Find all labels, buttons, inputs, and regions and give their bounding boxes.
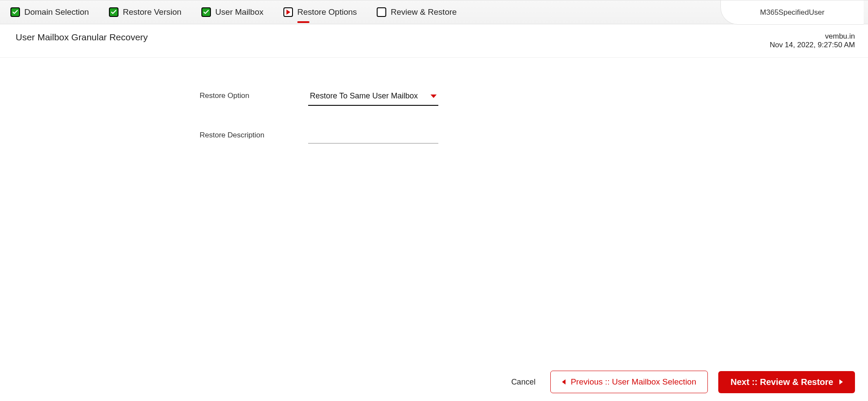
checkbox-done-icon — [201, 7, 211, 17]
checkbox-done-icon — [109, 7, 118, 17]
cancel-label: Cancel — [511, 378, 536, 386]
restore-description-input[interactable] — [308, 127, 438, 143]
step-label: Review & Restore — [391, 7, 457, 17]
wizard-steps-bar: Domain Selection Restore Version User Ma… — [0, 0, 868, 24]
subheader-meta: vembu.in Nov 14, 2022, 9:27:50 AM — [769, 32, 855, 49]
restore-description-row: Restore Description — [200, 127, 868, 143]
arrow-right-icon — [839, 379, 843, 385]
footer-actions: Cancel Previous :: User Mailbox Selectio… — [507, 371, 855, 393]
user-tab[interactable]: M365SpecifiedUser — [720, 0, 864, 25]
subheader: User Mailbox Granular Recovery vembu.in … — [0, 24, 868, 58]
chevron-down-icon — [431, 95, 437, 98]
domain-text: vembu.in — [769, 32, 855, 41]
checkbox-done-icon — [10, 7, 20, 17]
restore-option-row: Restore Option Restore To Same User Mail… — [200, 88, 868, 106]
next-button[interactable]: Next :: Review & Restore — [718, 371, 855, 393]
step-label: User Mailbox — [215, 7, 263, 17]
step-domain-selection[interactable]: Domain Selection — [10, 7, 89, 17]
cancel-button[interactable]: Cancel — [507, 372, 540, 392]
timestamp-text: Nov 14, 2022, 9:27:50 AM — [769, 41, 855, 49]
checkbox-pending-icon — [377, 7, 386, 17]
form-area: Restore Option Restore To Same User Mail… — [0, 58, 868, 143]
step-label: Restore Version — [123, 7, 181, 17]
step-restore-options[interactable]: Restore Options — [283, 7, 357, 17]
play-current-icon — [283, 7, 293, 17]
arrow-left-icon — [562, 379, 566, 385]
step-label: Restore Options — [297, 7, 357, 17]
restore-option-value: Restore To Same User Mailbox — [310, 91, 418, 101]
page-title: User Mailbox Granular Recovery — [16, 32, 148, 42]
step-label: Domain Selection — [24, 7, 89, 17]
step-user-mailbox[interactable]: User Mailbox — [201, 7, 263, 17]
restore-description-label: Restore Description — [200, 127, 308, 140]
next-label: Next :: Review & Restore — [730, 377, 833, 387]
previous-label: Previous :: User Mailbox Selection — [571, 377, 696, 387]
step-restore-version[interactable]: Restore Version — [109, 7, 181, 17]
previous-button[interactable]: Previous :: User Mailbox Selection — [550, 371, 708, 393]
step-review-restore[interactable]: Review & Restore — [377, 7, 457, 17]
user-label: M365SpecifiedUser — [760, 8, 824, 17]
restore-option-select[interactable]: Restore To Same User Mailbox — [308, 88, 438, 106]
restore-option-label: Restore Option — [200, 88, 308, 100]
